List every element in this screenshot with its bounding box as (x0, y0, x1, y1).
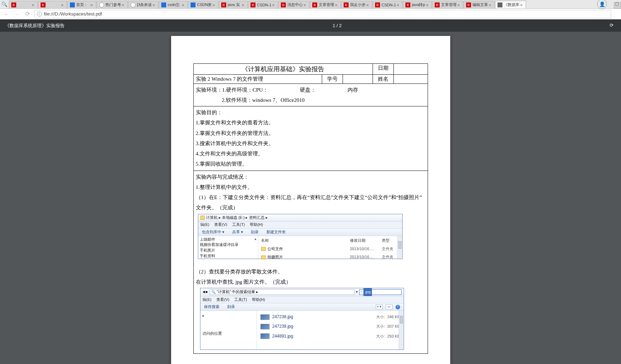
tab-title: 热门参考 (105, 2, 121, 7)
explorer2-results: 247238.jpg大小: 246 KB247239.jpg大小: 207 KB… (257, 311, 404, 350)
tab-title: 我走小步 (350, 2, 366, 7)
url-text: file:///D:/Workspaces/test.pdf (44, 11, 102, 17)
browser-tab[interactable]: C我走小步× (341, 1, 372, 8)
close-icon[interactable]: × (61, 3, 65, 7)
toolbar-item: 刻录 (251, 228, 259, 236)
toolbar-item: 刻录 (227, 304, 235, 309)
close-icon[interactable]: × (182, 3, 186, 7)
nav-item: 上级邮件 (200, 237, 257, 242)
search-icon[interactable]: 🔍 (0, 0, 9, 8)
content-item-1a: （1）在E：下建立分类文件夹：资料汇总，再在“资料汇总”文件夹下建立“公司文件”… (196, 192, 426, 213)
close-icon[interactable]: × (272, 3, 276, 7)
close-icon[interactable]: × (152, 3, 157, 7)
tab-title: java转p (412, 2, 425, 7)
toolbar-item: 包含到库中 ▾ (202, 228, 224, 236)
col-type: 类型 (382, 237, 399, 244)
pdf-rotate-icon[interactable]: ⟳ (610, 23, 616, 29)
tab-title: CSDN-1 (257, 3, 271, 7)
studentid-label: 学号 (327, 76, 338, 82)
tab-title: 消息中心 (287, 2, 303, 7)
browser-tab[interactable]: C× (38, 1, 67, 8)
favicon: C (405, 2, 410, 7)
tab-title: csdn怎 (168, 2, 181, 7)
tab-title: CSDN-1 (381, 3, 396, 7)
explorer1-menu: 辑(E)查看(V)工具(T)帮助(H) (198, 221, 402, 228)
browser-tab[interactable]: Cjava转p× (403, 1, 432, 8)
content-item-1: 1.整理计算机中的文件。 (196, 182, 426, 192)
close-icon[interactable]: × (242, 3, 246, 7)
report-table: 《计算机应用基础》实验报告 日期 实验 2 Windows 7 的文件管理 学号… (193, 63, 428, 354)
goal-item: 2.掌握文件和文件夹的管理方法。 (196, 128, 426, 138)
search-query: .jpg (363, 288, 372, 296)
address-bar-row: ← → ⟳ i file:///D:/Workspaces/test.pdf (0, 9, 621, 19)
close-icon[interactable]: × (366, 3, 370, 7)
close-icon[interactable]: × (90, 3, 95, 7)
explorer1-nav: ▲上级邮件视频快看加速缓冲目录手机图片手机资料 (198, 236, 258, 259)
favicon (99, 2, 104, 7)
browser-tab[interactable]: C文章管理× (432, 1, 463, 8)
env-disk: 硬盘： (300, 85, 316, 95)
close-icon[interactable]: × (212, 3, 217, 7)
pdf-toolbar: 《数据库系统原理》实验报告 1 / 2 ⟳ (0, 19, 621, 32)
browser-tab[interactable]: CCSDN-1× (373, 1, 403, 8)
goal-item: 3.搜索计算机中的文件和文件夹。 (196, 138, 426, 149)
browser-tab[interactable]: 热门参考× (97, 1, 128, 8)
close-icon[interactable]: × (457, 3, 462, 7)
thumbnail (260, 314, 270, 320)
address-field[interactable]: i file:///D:/Workspaces/test.pdf (35, 10, 611, 18)
close-icon[interactable]: × (489, 3, 493, 7)
browser-tab[interactable]: Cjava 实× (219, 1, 248, 8)
pdf-viewport[interactable]: 《计算机应用基础》实验报告 日期 实验 2 Windows 7 的文件管理 学号… (0, 32, 621, 364)
close-icon[interactable]: × (303, 3, 308, 7)
goals-header: 实验目的： (196, 107, 426, 118)
tab-title: 文章管理 (319, 2, 334, 7)
browser-tab[interactable]: C× (9, 1, 38, 8)
col-name: 名称 (261, 237, 350, 244)
browser-tab[interactable]: CCSDN-1× (248, 1, 278, 8)
view-list-icon: ≡ ▾ (376, 304, 383, 309)
favicon: C (435, 2, 440, 7)
thumbnail (260, 333, 270, 339)
close-icon[interactable]: × (397, 3, 401, 7)
nav-item: 手机资料 (200, 253, 257, 259)
window-controls[interactable]: ▢ (615, 1, 619, 6)
close-icon[interactable]: × (426, 3, 430, 7)
favicon (131, 2, 135, 7)
tab-title: 《数据库 (504, 2, 519, 7)
back-button[interactable]: ← (3, 11, 10, 18)
menu-item: 辑(E) (200, 221, 210, 228)
explorer2-menu: 辑(E)查看(V)工具(T)帮助(H) (200, 296, 404, 303)
favicon: C (375, 2, 380, 7)
browser-tab[interactable]: 首页 - × (67, 1, 96, 8)
browser-tab[interactable]: csdn怎× (159, 1, 188, 8)
file-row: 拍摄照片2013/10/16 ...文件夹 (258, 253, 402, 261)
menu-item: 查看(V) (214, 221, 227, 228)
favicon: C (281, 2, 286, 7)
forward-button[interactable]: → (13, 11, 20, 18)
date-label: 日期 (378, 65, 388, 71)
browser-tab[interactable]: C文章管理× (310, 1, 341, 8)
goal-item: 4.文件和文件夹的高级管理。 (196, 149, 426, 159)
toolbar-item: 共享 ▾ (232, 228, 243, 236)
scrollbar[interactable] (397, 236, 402, 259)
site-info-icon[interactable]: i (37, 12, 42, 17)
scrollbar[interactable] (399, 311, 404, 350)
browser-tab[interactable]: C消息中心× (278, 1, 309, 8)
close-icon[interactable]: × (335, 3, 339, 7)
browser-tab[interactable]: C编辑文章× (464, 1, 495, 8)
browser-tab[interactable]: 《数据库× (495, 1, 526, 8)
folder-icon (200, 216, 205, 220)
browser-tab[interactable]: [3条未读× (128, 1, 158, 8)
result-row: 244891.jpg大小: 293 KB (257, 332, 404, 341)
reload-button[interactable]: ⟳ (24, 11, 31, 18)
explorer2-toolbar: 保存搜索刻录 ≡ ▾ ▭ ? (200, 303, 404, 311)
nav-item: 视频快看加速缓冲目录 (200, 242, 257, 248)
tab-title: 编辑文章 (472, 2, 488, 7)
folder-icon (261, 255, 266, 259)
environment-cell: 实验环境：1.硬件环境：CPU： 硬盘： 内存 2.软件环境：windows 7… (193, 84, 428, 106)
browser-tab[interactable]: CSDN发× (188, 1, 218, 8)
close-icon[interactable]: × (122, 3, 126, 7)
browser-tab-strip: 🔍 C×C×首页 - ×热门参考×[3条未读×csdn怎×CSDN发×Cjava… (0, 0, 621, 9)
close-icon[interactable]: × (32, 3, 36, 7)
close-icon[interactable]: × (520, 3, 524, 7)
